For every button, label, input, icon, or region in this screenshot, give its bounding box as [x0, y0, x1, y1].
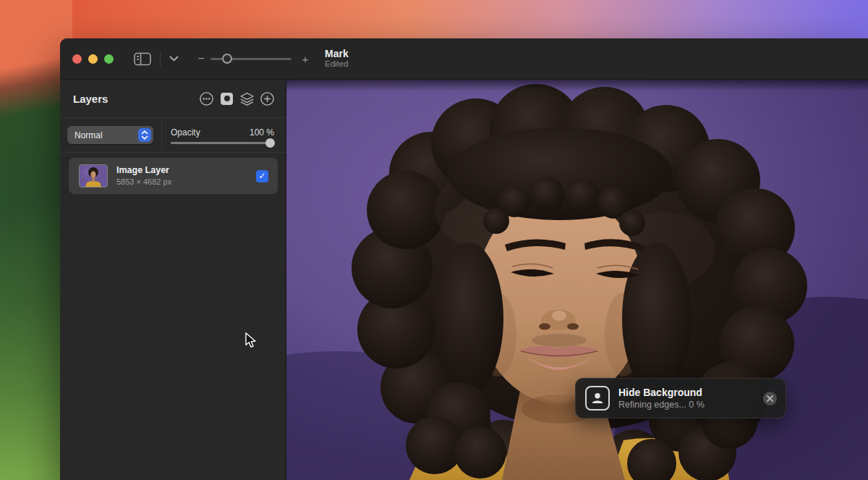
layer-controls-row: Normal Opacity 100 % — [60, 118, 286, 153]
traffic-lights — [72, 54, 114, 64]
minimize-window-button[interactable] — [88, 54, 98, 64]
blend-mode-select[interactable]: Normal — [67, 126, 153, 144]
opacity-label: Opacity — [171, 127, 200, 138]
zoom-slider[interactable] — [210, 58, 292, 60]
opacity-value: 100 % — [250, 127, 274, 138]
layers-sidebar: Layers — [60, 80, 286, 480]
editor-canvas[interactable]: Hide Background Refining edges... 0 % — [286, 80, 868, 480]
window-body: Layers — [60, 80, 868, 480]
opacity-slider-fill — [171, 142, 274, 144]
opacity-control: Opacity 100 % — [171, 126, 274, 144]
chevron-down-icon[interactable] — [169, 56, 179, 62]
zoom-slider-knob[interactable] — [222, 54, 232, 64]
more-options-icon[interactable] — [199, 91, 214, 106]
document-title: Mark — [325, 48, 349, 59]
opacity-slider-knob[interactable] — [265, 138, 275, 148]
layer-dimensions: 5853 × 4682 px — [116, 177, 171, 187]
zoom-window-button[interactable] — [104, 54, 114, 64]
titlebar-divider — [160, 51, 161, 67]
layers-header-icons — [199, 91, 275, 106]
portrait-photo — [286, 80, 868, 480]
layer-list: Image Layer 5853 × 4682 px ✓ — [60, 153, 286, 194]
blend-mode-value: Normal — [75, 130, 103, 140]
zoom-in-icon[interactable]: + — [300, 53, 310, 65]
layers-header: Layers — [60, 80, 286, 118]
toast-title: Hide Background — [618, 387, 705, 398]
document-status: Edited — [325, 59, 349, 69]
desktop: − + Mark Edited Layers — [0, 0, 868, 480]
mask-icon[interactable] — [219, 91, 234, 106]
titlebar: − + Mark Edited — [60, 38, 868, 80]
person-icon — [585, 386, 610, 410]
add-layer-icon[interactable] — [260, 91, 275, 106]
controls-divider — [161, 118, 162, 153]
opacity-slider[interactable] — [171, 142, 274, 144]
layer-visibility-checkbox[interactable]: ✓ — [256, 170, 268, 182]
close-icon[interactable] — [763, 392, 777, 405]
toast-status: Refining edges... 0 % — [618, 400, 705, 410]
layer-name: Image Layer — [116, 165, 171, 176]
close-window-button[interactable] — [72, 54, 82, 64]
layer-thumbnail — [80, 165, 107, 187]
layers-panel-title: Layers — [73, 93, 108, 105]
layers-stack-icon[interactable] — [239, 91, 255, 106]
app-window: − + Mark Edited Layers — [60, 38, 868, 480]
select-stepper-icon — [138, 128, 151, 142]
sidebar-toggle-icon[interactable] — [134, 52, 151, 66]
progress-toast: Hide Background Refining edges... 0 % — [575, 378, 786, 418]
layer-row[interactable]: Image Layer 5853 × 4682 px ✓ — [69, 158, 278, 194]
layer-texts: Image Layer 5853 × 4682 px — [116, 165, 171, 187]
document-title-block: Mark Edited — [325, 48, 349, 69]
zoom-out-icon[interactable]: − — [196, 52, 206, 65]
toast-texts: Hide Background Refining edges... 0 % — [618, 387, 705, 410]
